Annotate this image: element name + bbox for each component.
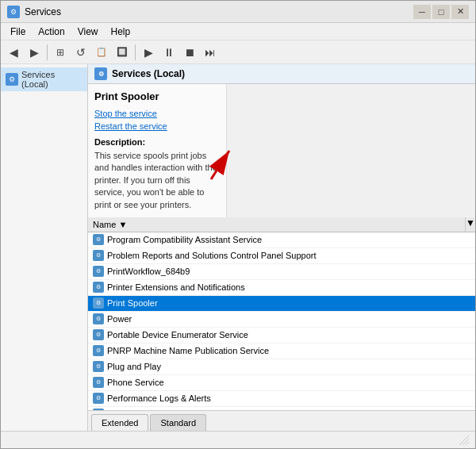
- window-controls: ─ □ ✕: [413, 5, 469, 19]
- list-item[interactable]: ⚙Plug and Play: [88, 359, 475, 375]
- content-body: Print Spooler Stop the service Restart t…: [88, 84, 475, 410]
- restart-service-link[interactable]: Restart the service: [94, 121, 220, 131]
- service-icon: ⚙: [93, 329, 104, 340]
- list-item[interactable]: ⚙Performance Logs & Alerts: [88, 391, 475, 407]
- forward-button[interactable]: ▶: [25, 43, 44, 62]
- service-name-text: PrintWorkflow_684b9: [107, 267, 190, 276]
- list-header: Name ▼ ▼: [88, 217, 475, 232]
- info-panel: Print Spooler Stop the service Restart t…: [88, 84, 227, 217]
- maximize-button[interactable]: □: [432, 5, 450, 19]
- svg-line-3: [463, 439, 469, 445]
- left-pane-services-local[interactable]: ⚙ Services (Local): [1, 67, 87, 91]
- service-name-cell: ⚙Phone Service: [88, 375, 475, 390]
- list-item[interactable]: ⚙Portable Device Enumerator Service: [88, 328, 475, 343]
- sort-indicator: ▼: [466, 217, 475, 232]
- service-icon: ⚙: [93, 250, 104, 261]
- service-name-cell: ⚙Portable Device Enumerator Service: [88, 328, 475, 342]
- service-name-cell: ⚙Performance Logs & Alerts: [88, 391, 475, 405]
- main-content: ⚙ Services (Local) ⚙ Services (Local): [1, 64, 475, 431]
- service-name-cell: ⚙Problem Reports and Solutions Control P…: [88, 248, 475, 263]
- service-name-cell: ⚙PrintWorkflow_684b9: [88, 264, 475, 278]
- service-name-text: Performance Logs & Alerts: [107, 393, 211, 403]
- toolbar-separator-1: [47, 44, 48, 60]
- service-name-text: Problem Reports and Solutions Control Pa…: [107, 251, 317, 260]
- list-item[interactable]: ⚙PNRP Machine Name Publication Service: [88, 343, 475, 359]
- window-title: Services: [25, 6, 413, 17]
- services-local-icon: ⚙: [6, 73, 18, 86]
- menu-bar: File Action View Help: [1, 23, 475, 40]
- window-icon: ⚙: [7, 6, 20, 18]
- service-icon: ⚙: [93, 313, 104, 324]
- resize-grip-icon: [459, 436, 469, 445]
- service-list: Name ▼ ▼ ⚙Program Compatibility Assistan…: [88, 217, 475, 410]
- toolbar-separator-2: [135, 44, 136, 60]
- start-button[interactable]: ▶: [139, 43, 158, 62]
- properties-button[interactable]: 🔲: [113, 43, 132, 62]
- tab-standard[interactable]: Standard: [150, 414, 206, 431]
- menu-help[interactable]: Help: [105, 23, 137, 40]
- toolbar: ◀ ▶ ⊞ ↺ 📋 🔲 ▶ ⏸ ⏹ ⏭: [1, 40, 475, 64]
- status-bar: [1, 431, 475, 448]
- refresh-button[interactable]: ↺: [71, 43, 90, 62]
- service-name-text: Print Spooler: [107, 298, 158, 308]
- export-button[interactable]: 📋: [92, 43, 111, 62]
- service-icon: ⚙: [93, 266, 104, 277]
- service-name-cell: ⚙Performance Counter DLL Host: [88, 407, 475, 410]
- content-header: ⚙ Services (Local): [88, 64, 475, 84]
- info-panel-description: This service spools print jobs and handl…: [94, 150, 220, 211]
- list-item[interactable]: ⚙Performance Counter DLL Host: [88, 407, 475, 410]
- title-bar: ⚙ Services ─ □ ✕: [1, 1, 475, 23]
- content-header-title: Services (Local): [112, 68, 185, 79]
- stop-button[interactable]: ⏹: [180, 43, 199, 62]
- show-hide-button[interactable]: ⊞: [51, 43, 70, 62]
- service-icon: ⚙: [93, 361, 104, 372]
- services-window: ⚙ Services ─ □ ✕ File Action View Help ◀…: [0, 0, 476, 449]
- service-name-text: Phone Service: [107, 378, 164, 387]
- restart-toolbar-button[interactable]: ⏭: [201, 43, 220, 62]
- stop-service-link[interactable]: Stop the service: [94, 109, 220, 118]
- list-item[interactable]: ⚙Program Compatibility Assistant Service: [88, 232, 475, 248]
- svg-line-4: [466, 442, 469, 445]
- service-icon: ⚙: [93, 377, 104, 388]
- service-name-text: Portable Device Enumerator Service: [107, 330, 248, 340]
- list-item[interactable]: ⚙Print Spooler: [88, 296, 475, 312]
- service-name-cell: ⚙Power: [88, 312, 475, 326]
- bottom-tabs: Extended Standard: [88, 410, 475, 431]
- close-button[interactable]: ✕: [451, 5, 469, 19]
- menu-view[interactable]: View: [71, 23, 105, 40]
- info-panel-service-name: Print Spooler: [94, 90, 220, 102]
- content-header-icon: ⚙: [94, 67, 107, 80]
- service-name-cell: ⚙Print Spooler: [88, 296, 475, 310]
- service-icon: ⚙: [93, 234, 104, 245]
- list-item[interactable]: ⚙Power: [88, 312, 475, 328]
- service-name-cell: ⚙Plug and Play: [88, 359, 475, 374]
- list-item[interactable]: ⚙PrintWorkflow_684b9: [88, 264, 475, 280]
- service-name-cell: ⚙Printer Extensions and Notifications: [88, 280, 475, 294]
- service-icon: ⚙: [93, 345, 104, 356]
- service-name-text: PNRP Machine Name Publication Service: [107, 346, 269, 355]
- description-label: Description:: [94, 137, 220, 147]
- right-pane: ⚙ Services (Local) Print Spooler: [88, 64, 475, 431]
- service-name-text: Power: [107, 314, 132, 324]
- minimize-button[interactable]: ─: [413, 5, 431, 19]
- service-icon: ⚙: [93, 282, 104, 293]
- list-item[interactable]: ⚙Phone Service: [88, 375, 475, 391]
- service-icon: ⚙: [93, 409, 104, 410]
- pause-button[interactable]: ⏸: [159, 43, 178, 62]
- menu-file[interactable]: File: [4, 23, 32, 40]
- service-name-cell: ⚙PNRP Machine Name Publication Service: [88, 343, 475, 358]
- name-column-header[interactable]: Name ▼: [88, 217, 466, 232]
- service-name-text: Plug and Play: [107, 362, 161, 371]
- list-item[interactable]: ⚙Printer Extensions and Notifications: [88, 280, 475, 296]
- back-button[interactable]: ◀: [4, 43, 23, 62]
- menu-action[interactable]: Action: [32, 23, 71, 40]
- service-name-text: Program Compatibility Assistant Service: [107, 235, 262, 244]
- service-name-text: Printer Extensions and Notifications: [107, 282, 245, 292]
- service-name-cell: ⚙Program Compatibility Assistant Service: [88, 232, 475, 247]
- service-icon: ⚙: [93, 297, 104, 309]
- left-pane: ⚙ Services (Local): [1, 64, 88, 431]
- tab-extended[interactable]: Extended: [91, 414, 148, 431]
- service-list-body: ⚙Program Compatibility Assistant Service…: [88, 232, 475, 410]
- list-item[interactable]: ⚙Problem Reports and Solutions Control P…: [88, 248, 475, 264]
- left-pane-label: Services (Local): [21, 70, 83, 89]
